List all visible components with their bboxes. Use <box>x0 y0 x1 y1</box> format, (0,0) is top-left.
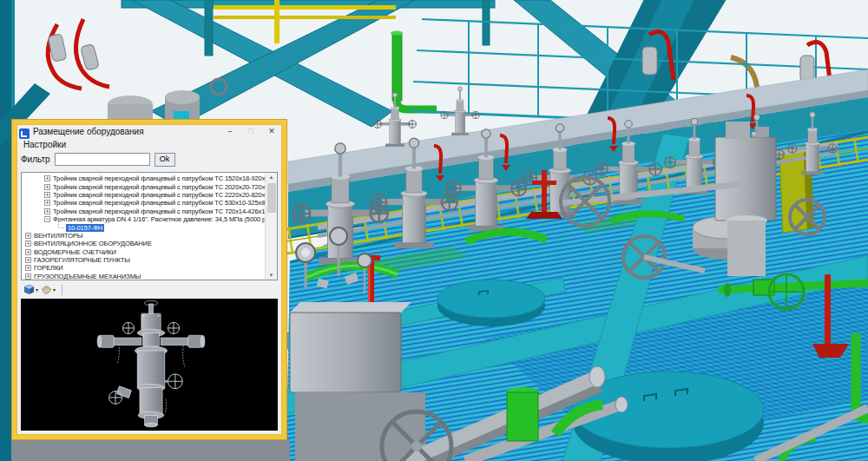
filter-label: Фильтр <box>21 155 50 164</box>
tree-row[interactable]: +Тройник сварной переходной фланцевый с … <box>22 175 266 182</box>
toolbar-separator <box>62 284 62 295</box>
tree-item-label[interactable]: ГАЗОРЕГУЛЯТОРНЫЕ ПУНКТЫ <box>34 256 130 264</box>
tree-row[interactable]: +ВЕНТИЛЯТОРЫ <box>22 232 266 240</box>
tree-item-label[interactable]: ВЕНТИЛЯЦИОННОЕ ОБОРУДОВАНИЕ <box>34 240 152 247</box>
tree-expander-icon[interactable]: + <box>44 200 50 206</box>
tree-row[interactable]: +ГРУЗОПОДЪЕМНЫЕ МЕХАНИЗМЫ <box>22 273 266 280</box>
tree-expander-icon[interactable]: + <box>25 233 31 239</box>
view-mode-button[interactable]: ▾ <box>23 283 39 296</box>
tree-expander-icon[interactable]: + <box>25 265 31 271</box>
titlebar[interactable]: Размещение оборудования – □ ✕ <box>16 124 282 138</box>
maximize-button[interactable]: □ <box>243 126 259 137</box>
tree-expander-icon[interactable]: + <box>25 249 31 255</box>
tree-item-label[interactable]: 10-0157-ФН <box>66 224 104 232</box>
tree-row[interactable]: +ВЕНТИЛЯЦИОННОЕ ОБОРУДОВАНИЕ <box>22 240 266 247</box>
tree-item-label[interactable]: Тройник сварной переходной фланцевый с п… <box>53 207 266 215</box>
tree-connector <box>58 221 64 228</box>
tree-row[interactable]: +Тройник сварной переходной фланцевый с … <box>22 207 266 215</box>
tree-row[interactable]: +ГОРЕЛКИ <box>22 264 266 272</box>
tree-item-label[interactable]: Фонтанная арматура DN 4 1/16". Расчетное… <box>53 215 266 223</box>
tree-row-selected[interactable]: 10-0157-ФН <box>22 223 266 231</box>
menubar: Настройки <box>16 138 282 151</box>
filter-input[interactable] <box>55 153 150 166</box>
filter-ok-button[interactable]: Ok <box>155 153 175 167</box>
tree-item-label[interactable]: Тройник сварной переходной фланцевый с п… <box>53 199 266 207</box>
orbit-view-icon <box>41 284 52 295</box>
scroll-down-icon[interactable]: ▼ <box>269 271 274 280</box>
tree-expander-icon[interactable]: + <box>44 192 50 198</box>
dropdown-arrow-icon: ▾ <box>36 286 38 293</box>
orbit-view-button[interactable]: ▾ <box>40 283 56 296</box>
tree-item-label[interactable]: ВЕНТИЛЯТОРЫ <box>34 232 82 240</box>
equipment-tree[interactable]: +Тройник сварной переходной фланцевый с … <box>21 172 278 280</box>
tree-item-label[interactable]: Тройник сварной переходной фланцевый с п… <box>53 175 266 182</box>
equipment-placement-window: Размещение оборудования – □ ✕ Настройки … <box>12 120 286 439</box>
tree-expander-icon[interactable]: + <box>44 208 50 214</box>
tree-expander-icon[interactable]: + <box>25 273 31 280</box>
tree-expander-icon[interactable]: − <box>44 216 50 222</box>
tree-expander-icon[interactable]: + <box>25 257 31 263</box>
tree-expander-icon[interactable]: + <box>44 184 50 190</box>
cube-3d-icon <box>23 284 35 295</box>
tree-row[interactable]: +Тройник сварной переходной фланцевый с … <box>22 191 266 199</box>
filter-row: Фильтр Ok <box>16 151 282 168</box>
scroll-up-icon[interactable]: ▲ <box>269 173 274 181</box>
tree-item-label[interactable]: Тройник сварной переходной фланцевый с п… <box>53 183 266 191</box>
tree-expander-icon[interactable]: + <box>44 175 50 181</box>
tree-expander-icon[interactable]: + <box>25 240 31 247</box>
tree-row[interactable]: +Тройник сварной переходной фланцевый с … <box>22 199 266 207</box>
wellhead-model <box>21 299 278 431</box>
tree-item-label[interactable]: Тройник сварной переходной фланцевый с п… <box>53 191 266 199</box>
app-icon <box>19 127 30 137</box>
tree-item-label[interactable]: ГРУЗОПОДЪЕМНЫЕ МЕХАНИЗМЫ <box>34 273 141 280</box>
tree-row[interactable]: +Тройник сварной переходной фланцевый с … <box>22 182 266 190</box>
tree-row[interactable]: +ГАЗОРЕГУЛЯТОРНЫЕ ПУНКТЫ <box>22 256 266 264</box>
minimize-button[interactable]: – <box>222 126 238 137</box>
tree-item-label[interactable]: ГОРЕЛКИ <box>34 264 62 272</box>
menu-settings[interactable]: Настройки <box>21 140 69 149</box>
preview-toolbar: ▾ ▾ <box>21 282 278 297</box>
scrollbar-thumb[interactable] <box>267 183 276 213</box>
tree-row[interactable]: +ВОДОМЕРНЫЕ СЧЕТЧИКИ <box>22 248 266 256</box>
close-button[interactable]: ✕ <box>264 126 279 137</box>
model-preview[interactable] <box>21 299 278 431</box>
window-title: Размещение оборудования <box>33 127 222 136</box>
dropdown-arrow-icon: ▾ <box>53 286 56 293</box>
tree-item-label[interactable]: ВОДОМЕРНЫЕ СЧЕТЧИКИ <box>34 248 116 256</box>
